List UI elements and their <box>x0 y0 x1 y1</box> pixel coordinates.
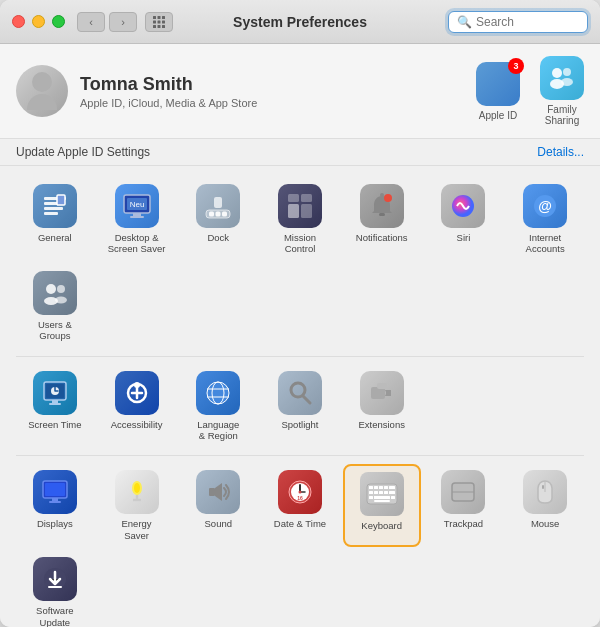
pref-item-desktop[interactable]: Neu Desktop & Screen Saver <box>98 178 176 261</box>
update-bar: Update Apple ID Settings Details... <box>0 139 600 166</box>
svg-point-38 <box>46 284 56 294</box>
details-link[interactable]: Details... <box>537 145 584 159</box>
svg-rect-17 <box>57 195 65 205</box>
svg-point-32 <box>380 193 384 197</box>
notification-badge: 3 <box>508 58 524 74</box>
pref-item-datetime[interactable]: 16 Date & Time <box>261 464 339 547</box>
svg-rect-46 <box>49 403 61 405</box>
users-label: Users & Groups <box>38 319 72 342</box>
svg-rect-1 <box>158 16 161 19</box>
svg-point-52 <box>212 382 224 404</box>
svg-point-11 <box>563 68 571 76</box>
pref-item-mission[interactable]: Mission Control <box>261 178 339 261</box>
desktop-label: Desktop & Screen Saver <box>108 232 166 255</box>
general-label: General <box>38 232 72 243</box>
screentime-icon <box>33 371 77 415</box>
svg-rect-27 <box>214 197 222 208</box>
pref-item-software[interactable]: Software Update <box>16 551 94 627</box>
pref-item-siri[interactable]: Siri <box>425 178 503 261</box>
grid-button[interactable] <box>145 12 173 32</box>
system-preferences-window: ‹ › System Preferences 🔍 <box>0 0 600 627</box>
svg-rect-26 <box>222 212 227 217</box>
software-label: Software Update <box>36 605 74 627</box>
update-text: Update Apple ID Settings <box>16 145 150 159</box>
svg-rect-3 <box>153 20 156 23</box>
svg-point-41 <box>55 296 67 303</box>
pref-item-internet[interactable]: @ Internet Accounts <box>506 178 584 261</box>
pref-item-users[interactable]: Users & Groups <box>16 265 94 348</box>
mouse-icon <box>523 470 567 514</box>
trackpad-icon <box>441 470 485 514</box>
keyboard-label: Keyboard <box>361 520 402 531</box>
pref-item-trackpad[interactable]: Trackpad <box>425 464 503 547</box>
pref-item-extensions[interactable]: Extensions <box>343 365 421 448</box>
svg-rect-85 <box>369 496 373 499</box>
notifications-icon <box>360 184 404 228</box>
maximize-button[interactable] <box>52 15 65 28</box>
chevron-left-icon: ‹ <box>89 16 93 28</box>
svg-point-40 <box>57 285 65 293</box>
forward-button[interactable]: › <box>109 12 137 32</box>
displays-label: Displays <box>37 518 73 529</box>
svg-text:16: 16 <box>297 495 303 501</box>
search-icon: 🔍 <box>457 15 472 29</box>
svg-rect-81 <box>374 491 378 494</box>
close-button[interactable] <box>12 15 25 28</box>
chevron-right-icon: › <box>121 16 125 28</box>
search-input[interactable] <box>476 15 579 29</box>
pref-item-screentime[interactable]: Screen Time <box>16 365 94 448</box>
svg-rect-22 <box>130 216 144 218</box>
accessibility-icon <box>115 371 159 415</box>
general-icon <box>33 184 77 228</box>
svg-rect-8 <box>162 25 165 28</box>
user-subtitle: Apple ID, iCloud, Media & App Store <box>80 97 476 109</box>
internet-label: Internet Accounts <box>526 232 565 255</box>
family-sharing-label: FamilySharing <box>545 104 579 126</box>
pref-item-sound[interactable]: Sound <box>179 464 257 547</box>
extensions-icon <box>360 371 404 415</box>
svg-rect-2 <box>162 16 165 19</box>
apple-id-button[interactable]: 3 Apple ID <box>476 62 520 121</box>
family-sharing-button[interactable]: FamilySharing <box>540 56 584 126</box>
svg-rect-88 <box>391 496 395 499</box>
pref-item-accessibility[interactable]: Accessibility <box>98 365 176 448</box>
pref-item-general[interactable]: General <box>16 178 94 261</box>
avatar-body <box>27 94 57 110</box>
prefs-grid: General Neu Desktop & Screen Saver <box>0 166 600 627</box>
prefs-section-2: Screen Time Accessibility <box>16 365 584 457</box>
nav-buttons: ‹ › <box>77 12 137 32</box>
svg-rect-25 <box>216 212 221 217</box>
pref-item-displays[interactable]: Displays <box>16 464 94 547</box>
back-button[interactable]: ‹ <box>77 12 105 32</box>
pref-item-dock[interactable]: Dock <box>179 178 257 261</box>
minimize-button[interactable] <box>32 15 45 28</box>
sound-icon <box>196 470 240 514</box>
svg-line-56 <box>303 396 310 403</box>
mouse-label: Mouse <box>531 518 560 529</box>
pref-item-energy[interactable]: Energy Saver <box>98 464 176 547</box>
language-icon <box>196 371 240 415</box>
apple-id-label: Apple ID <box>479 110 517 121</box>
user-right: 3 Apple ID FamilySharing <box>476 56 584 126</box>
svg-point-34 <box>384 194 392 202</box>
users-icon <box>33 271 77 315</box>
pref-item-spotlight[interactable]: Spotlight <box>261 365 339 448</box>
desktop-icon: Neu <box>115 184 159 228</box>
pref-item-language[interactable]: Language & Region <box>179 365 257 448</box>
svg-rect-75 <box>369 486 373 489</box>
svg-text:@: @ <box>538 198 552 214</box>
accessibility-label: Accessibility <box>111 419 163 430</box>
search-box[interactable]: 🔍 <box>448 11 588 33</box>
svg-point-64 <box>134 483 140 493</box>
svg-rect-89 <box>374 500 390 502</box>
svg-rect-80 <box>369 491 373 494</box>
mission-label: Mission Control <box>284 232 316 255</box>
svg-rect-78 <box>384 486 388 489</box>
svg-rect-79 <box>389 486 395 489</box>
pref-item-mouse[interactable]: Mouse <box>506 464 584 547</box>
pref-item-notifications[interactable]: Notifications <box>343 178 421 261</box>
svg-rect-24 <box>209 212 214 217</box>
svg-rect-6 <box>153 25 156 28</box>
svg-rect-76 <box>374 486 378 489</box>
pref-item-keyboard[interactable]: Keyboard <box>343 464 421 547</box>
